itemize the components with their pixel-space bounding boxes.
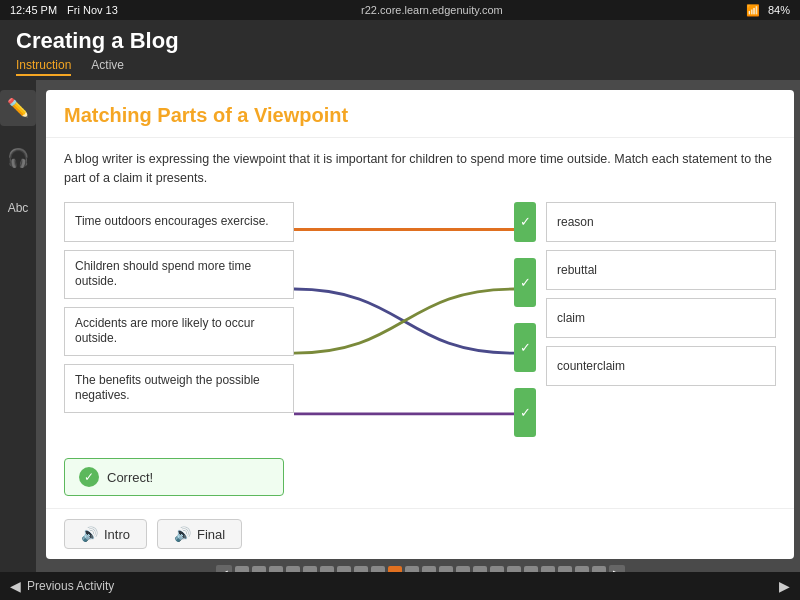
previous-activity-button[interactable]: ◀ Previous Activity	[10, 578, 114, 594]
intro-label: Intro	[104, 527, 130, 542]
right-item-4: counterclaim	[546, 346, 776, 386]
left-item-4: The benefits outweigh the possible negat…	[64, 364, 294, 413]
check-1: ✓	[514, 202, 536, 242]
day: Fri Nov 13	[67, 4, 118, 16]
footer-right: ▶	[779, 578, 790, 594]
card-header: Matching Parts of a Viewpoint	[46, 90, 794, 138]
final-label: Final	[197, 527, 225, 542]
status-bar: 12:45 PM Fri Nov 13 r22.core.learn.edgen…	[0, 0, 800, 20]
main-layout: ✏️ 🎧 Abc Matching Parts of a Viewpoint A…	[0, 80, 800, 600]
card-body: A blog writer is expressing the viewpoin…	[46, 138, 794, 508]
card-title: Matching Parts of a Viewpoint	[64, 104, 776, 127]
status-left: 12:45 PM Fri Nov 13	[10, 4, 118, 16]
tab-instruction[interactable]: Instruction	[16, 58, 71, 76]
page-title: Creating a Blog	[16, 28, 784, 54]
right-item-3: claim	[546, 298, 776, 338]
correct-icon: ✓	[79, 467, 99, 487]
url: r22.core.learn.edgenuity.com	[361, 4, 503, 16]
sidebar-audio-icon[interactable]: 🎧	[0, 140, 36, 176]
check-4: ✓	[514, 388, 536, 437]
header-tabs: Instruction Active	[16, 58, 784, 76]
tab-active[interactable]: Active	[91, 58, 124, 76]
left-column: Time outdoors encourages exercise. Child…	[64, 202, 294, 443]
prev-activity-label: Previous Activity	[27, 579, 114, 593]
card: Matching Parts of a Viewpoint A blog wri…	[46, 90, 794, 559]
sidebar-abc-icon[interactable]: Abc	[0, 190, 36, 226]
wifi-icon: 📶	[746, 4, 760, 17]
left-item-3: Accidents are more likely to occur outsi…	[64, 307, 294, 356]
next-arrow-icon[interactable]: ▶	[779, 578, 790, 594]
card-instruction: A blog writer is expressing the viewpoin…	[64, 150, 776, 188]
correct-label: Correct!	[107, 470, 153, 485]
left-item-2: Children should spend more time outside.	[64, 250, 294, 299]
right-item-2: rebuttal	[546, 250, 776, 290]
check-column: ✓ ✓ ✓ ✓	[514, 202, 546, 443]
footer-bar: ◀ Previous Activity ▶	[0, 572, 800, 600]
time: 12:45 PM	[10, 4, 57, 16]
prev-arrow-icon: ◀	[10, 578, 21, 594]
correct-banner: ✓ Correct!	[64, 458, 284, 496]
matching-exercise: Time outdoors encourages exercise. Child…	[64, 202, 776, 443]
final-button[interactable]: 🔊 Final	[157, 519, 242, 549]
intro-audio-icon: 🔊	[81, 526, 98, 542]
sidebar-pencil-icon[interactable]: ✏️	[0, 90, 36, 126]
intro-button[interactable]: 🔊 Intro	[64, 519, 147, 549]
check-2: ✓	[514, 258, 536, 307]
status-right: 📶 84%	[746, 4, 790, 17]
final-audio-icon: 🔊	[174, 526, 191, 542]
right-column: reason rebuttal claim counterclaim	[546, 202, 776, 443]
sidebar: ✏️ 🎧 Abc	[0, 80, 36, 600]
left-item-1: Time outdoors encourages exercise.	[64, 202, 294, 242]
check-3: ✓	[514, 323, 536, 372]
right-item-1: reason	[546, 202, 776, 242]
header: Creating a Blog Instruction Active	[0, 20, 800, 80]
battery: 84%	[768, 4, 790, 16]
lines-area	[294, 202, 514, 443]
content-area: Matching Parts of a Viewpoint A blog wri…	[36, 80, 800, 600]
bottom-buttons: 🔊 Intro 🔊 Final	[46, 508, 794, 559]
